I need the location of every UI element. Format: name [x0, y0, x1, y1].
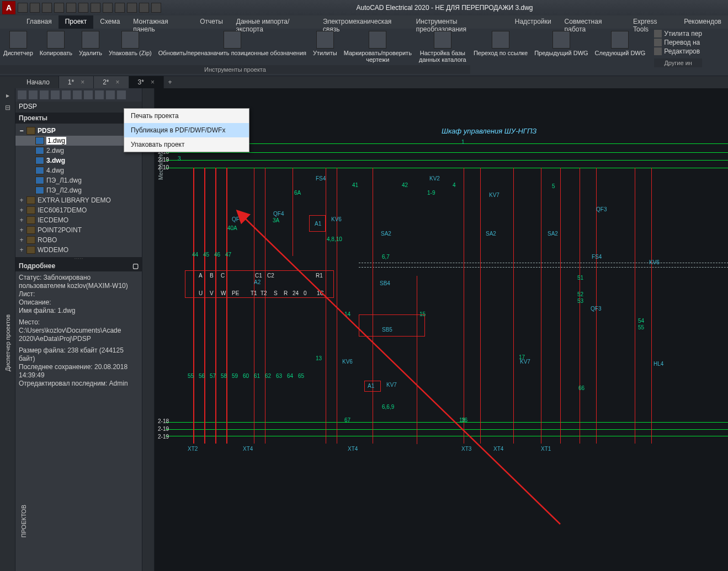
- catalog-button[interactable]: Настройка базы данных каталога: [415, 29, 470, 65]
- dwg-tab-2[interactable]: 2*×: [94, 76, 129, 88]
- tab-express[interactable]: Express Tools: [626, 15, 677, 29]
- dwg-tab-1[interactable]: 1*×: [59, 76, 94, 88]
- tab-import[interactable]: Данные импорта/экспорта: [230, 15, 316, 29]
- tree-proj-p2p[interactable]: +POINT2POINT: [15, 225, 142, 235]
- tree-proj-robo[interactable]: +ROBO: [15, 235, 142, 245]
- retag-button[interactable]: Обновить/переназначить позиционные обозн…: [155, 29, 310, 58]
- tab-reports[interactable]: Отчеты: [193, 15, 229, 29]
- pt-print-icon[interactable]: [95, 90, 104, 99]
- term-label: C2: [267, 273, 274, 279]
- pt-layer-icon[interactable]: [62, 90, 71, 99]
- tab-convert[interactable]: Инструменты преобразования: [410, 15, 508, 29]
- wire-num: 18: [459, 417, 465, 423]
- menu-pack-project[interactable]: Упаковать проект: [124, 137, 249, 152]
- dwg-icon: [35, 167, 44, 174]
- copy-icon: [47, 31, 65, 49]
- term-label: PE: [232, 290, 239, 296]
- tree-proj-iecdemo[interactable]: +IECDEMO: [15, 215, 142, 225]
- comp-label: XT4: [243, 446, 253, 452]
- pt-help-icon[interactable]: [117, 90, 126, 99]
- tab-addins[interactable]: Надстройки: [508, 15, 558, 29]
- wire-num: 56: [199, 373, 205, 379]
- term-label: R1: [316, 273, 323, 279]
- mark-button[interactable]: Маркировать/проверить чертежи: [341, 29, 415, 65]
- menu-print-project[interactable]: Печать проекта: [124, 109, 249, 123]
- qat-layer-icon[interactable]: [127, 3, 137, 13]
- qat-new-icon[interactable]: [18, 3, 28, 13]
- comp-label: SA2: [548, 231, 558, 237]
- pt-up-icon[interactable]: [40, 90, 49, 99]
- tree-file-1[interactable]: 1.dwg: [15, 136, 142, 146]
- pt-new-icon[interactable]: [18, 90, 26, 99]
- qat-arrow-icon[interactable]: [139, 3, 149, 13]
- close-icon[interactable]: ×: [151, 78, 155, 86]
- wire-num: 59: [232, 373, 238, 379]
- drawing-canvas[interactable]: Местоположение Шкаф управления ШУ-НГПЗ: [155, 88, 728, 571]
- dwg-tab-3[interactable]: 3*×: [129, 76, 164, 88]
- tab-collab[interactable]: Совместная работа: [558, 15, 626, 29]
- menu-publish-pdf[interactable]: Публикация в PDF/DWF/DWFx: [124, 123, 249, 137]
- term-label: B: [210, 273, 214, 279]
- project-toolbar: [15, 88, 142, 102]
- qat-plot-icon[interactable]: [78, 3, 88, 13]
- pt-move-icon[interactable]: [84, 90, 93, 99]
- qat-saveas-icon[interactable]: [54, 3, 64, 13]
- dispatcher-button[interactable]: Диспетчер: [0, 29, 36, 58]
- rail-close-icon[interactable]: ⊟: [5, 104, 10, 111]
- lang-util-button[interactable]: Утилита пер: [654, 30, 702, 38]
- dwg-icon: [35, 177, 44, 184]
- qat-redo-icon[interactable]: [103, 3, 113, 13]
- pt-open-icon[interactable]: [29, 90, 38, 99]
- tree-file-3[interactable]: 3.dwg: [15, 156, 142, 166]
- ref-num: 52: [577, 291, 583, 297]
- wire-num: 47: [225, 252, 231, 258]
- tree-file-5[interactable]: ПЭ_Л1.dwg: [15, 175, 142, 185]
- qat-misc-icon[interactable]: [151, 3, 161, 13]
- wire-num: 14: [344, 311, 350, 317]
- tab-panel[interactable]: Монтажная панель: [126, 15, 193, 29]
- rail-pin-icon[interactable]: ▸: [6, 92, 9, 99]
- tab-schematic[interactable]: Схема: [93, 15, 126, 29]
- pt-publish-icon[interactable]: [106, 90, 115, 99]
- dwg-icon: [35, 137, 44, 145]
- tree-file-4[interactable]: 4.dwg: [15, 166, 142, 175]
- term-label: A: [199, 273, 203, 279]
- prev-dwg-button[interactable]: Предыдущий DWG: [531, 29, 591, 58]
- qat-print-icon[interactable]: [115, 3, 125, 13]
- tree-proj-extra[interactable]: +EXTRA LIBRARY DEMO: [15, 195, 142, 205]
- follow-link-button[interactable]: Переход по ссылке: [470, 29, 531, 58]
- tab-recommend[interactable]: Рекомендов: [677, 15, 728, 29]
- qat-undo-icon[interactable]: [91, 3, 100, 13]
- tab-emlink[interactable]: Электромеханическая связь: [316, 15, 410, 29]
- start-tab[interactable]: Начало: [18, 76, 59, 88]
- wire-num: 58: [221, 373, 227, 379]
- qat-share-icon[interactable]: [66, 3, 76, 13]
- wire-num: 66: [578, 385, 584, 391]
- collapse-icon[interactable]: ▢: [132, 262, 139, 270]
- copy-button[interactable]: Копировать: [36, 29, 76, 58]
- tree-proj-wddemo[interactable]: +WDDEMO: [15, 245, 142, 255]
- tree-proj-iec60617[interactable]: +IEC60617DEMO: [15, 205, 142, 215]
- qat-open-icon[interactable]: [30, 3, 40, 13]
- wire-num: 45: [203, 252, 209, 258]
- delete-button[interactable]: Удалить: [76, 29, 105, 58]
- qat-save-icon[interactable]: [42, 3, 52, 13]
- tree-file-6[interactable]: ПЭ_Л2.dwg: [15, 185, 142, 195]
- pt-sheet-icon[interactable]: [73, 90, 82, 99]
- tree-root[interactable]: −PDSP: [15, 126, 142, 136]
- edit-button[interactable]: Редактиров: [654, 47, 702, 55]
- close-icon[interactable]: ×: [81, 78, 84, 86]
- tab-home[interactable]: Главная: [20, 15, 59, 29]
- detail-path: Место: C:\Users\kozlov\Documents\Acade 2…: [19, 318, 139, 343]
- close-icon[interactable]: ×: [116, 78, 120, 86]
- translate-button[interactable]: Перевод на: [654, 39, 702, 46]
- globe-icon: [654, 39, 662, 46]
- zip-button[interactable]: Упаковать (Zip): [105, 29, 155, 58]
- utilities-button[interactable]: Утилиты: [310, 29, 341, 58]
- tab-project[interactable]: Проект: [59, 15, 94, 29]
- add-tab-button[interactable]: +: [164, 76, 176, 88]
- term-label: 0: [304, 290, 307, 296]
- tree-file-2[interactable]: 2.dwg: [15, 146, 142, 156]
- pt-refresh-icon[interactable]: [51, 90, 60, 99]
- next-dwg-button[interactable]: Следующий DWG: [592, 29, 649, 58]
